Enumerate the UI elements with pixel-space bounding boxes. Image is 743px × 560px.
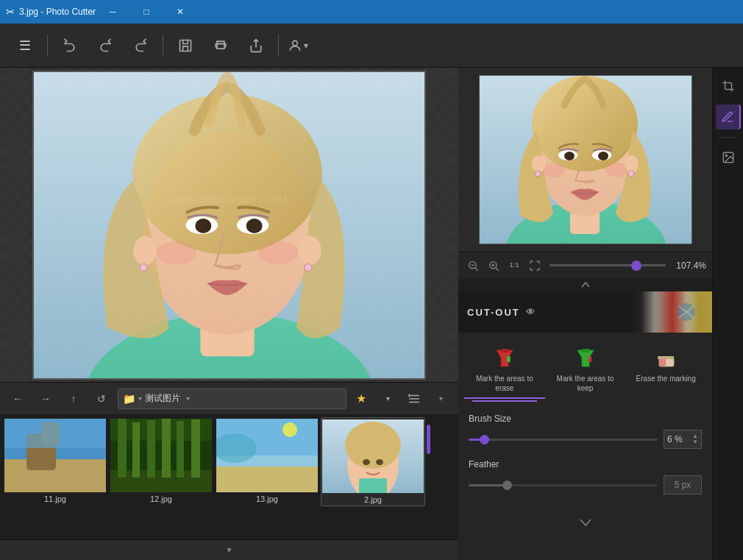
svg-point-42 (282, 422, 297, 437)
cutout-header: CUT-OUT 👁 (458, 291, 712, 333)
eraser-icon (655, 347, 677, 369)
folder-path[interactable]: 📁 ▾ 测试图片 ▾ (118, 389, 346, 409)
share-button[interactable] (240, 29, 272, 62)
up-button[interactable]: ↑ (62, 387, 85, 411)
svg-point-62 (532, 155, 545, 173)
brush-size-value-box[interactable]: 6 % ▲ ▼ (664, 430, 702, 449)
feather-row: Feather 5 px (469, 459, 702, 495)
view-list-button[interactable] (404, 389, 424, 409)
mark-erase-button[interactable]: Mark the areas to erase (464, 341, 545, 399)
thumbnail-label-3: 13.jpg (256, 495, 278, 503)
thumbnail-item-4[interactable]: 2.jpg (321, 417, 425, 506)
svg-point-55 (532, 76, 638, 171)
zoom-slider-thumb[interactable] (631, 260, 641, 271)
svg-line-67 (475, 268, 478, 271)
svg-point-13 (156, 241, 196, 264)
collapse-preview-button[interactable] (458, 278, 712, 291)
svg-point-58 (564, 152, 575, 160)
zoom-out-button[interactable] (464, 257, 482, 274)
print-button[interactable] (205, 29, 237, 62)
close-button[interactable]: ✕ (163, 0, 197, 24)
save-button[interactable] (169, 29, 202, 62)
svg-rect-41 (216, 467, 318, 492)
bottom-chevron[interactable]: ▼ (226, 546, 233, 554)
cutout-header-image (624, 291, 712, 333)
size-down-arrow[interactable]: ▼ (692, 439, 698, 445)
refresh-button[interactable]: ↺ (90, 387, 113, 411)
tool-buttons: Mark the areas to erase Mark the areas t… (458, 333, 712, 405)
brush-size-row: Brush Size 6 % ▲ ▼ (469, 414, 702, 449)
forest-thumbnail (110, 419, 212, 492)
folder-name-dropdown[interactable]: ▾ (186, 394, 190, 403)
crop-tool-button[interactable] (716, 74, 741, 99)
cutout-eye-icon: 👁 (526, 307, 536, 317)
thumbnail-item-1[interactable]: 11.jpg (3, 417, 107, 505)
scrollbar-thumb[interactable] (427, 425, 430, 454)
svg-point-16 (140, 263, 147, 271)
svg-point-12 (246, 219, 263, 233)
zoom-in-button[interactable] (485, 257, 502, 274)
minimize-button[interactable]: ─ (96, 0, 129, 24)
zoom-actual-button[interactable] (526, 257, 544, 274)
feather-fill (469, 484, 506, 486)
brush-size-track[interactable] (469, 439, 658, 441)
back-button[interactable]: ← (6, 387, 29, 411)
svg-point-47 (345, 422, 401, 469)
zoom-slider[interactable] (550, 264, 666, 266)
svg-rect-76 (501, 349, 508, 352)
preview-area (458, 68, 712, 252)
svg-point-17 (298, 235, 321, 265)
app-icon: ✂ (6, 6, 15, 18)
feather-value-box: 5 px (664, 475, 702, 495)
menu-button[interactable]: ☰ (9, 29, 41, 62)
user-button[interactable]: ▾ (288, 38, 308, 53)
portrait-background: WWW.MIRSCHSOFT.COM (34, 72, 424, 378)
svg-point-2 (293, 40, 298, 46)
feather-thumb[interactable] (502, 481, 512, 490)
titlebar: ✂ 3.jpg - Photo Cutter ─ □ ✕ (0, 0, 743, 24)
brush-settings: Brush Size 6 % ▲ ▼ (458, 405, 712, 514)
thumbnail-item-3[interactable]: 13.jpg (215, 417, 319, 505)
erase-funnel-icon (494, 347, 516, 369)
thumbnail-label-1: 11.jpg (44, 495, 66, 503)
list-dropdown[interactable]: ▾ (429, 387, 452, 411)
right-panel: 1:1 107.4% CUT-OUT (458, 68, 712, 560)
window-controls: ─ □ ✕ (96, 0, 197, 24)
star-button[interactable]: ★ (351, 389, 372, 409)
svg-point-49 (363, 459, 370, 465)
undo2-button[interactable] (89, 29, 121, 62)
navigation-bar: ← → ↑ ↺ 📁 ▾ 测试图片 ▾ ★ ▾ ▾ (0, 382, 458, 414)
image-tool-button[interactable] (716, 145, 741, 170)
thumbnail-image-1 (4, 419, 106, 492)
brush-size-label: Brush Size (469, 414, 702, 424)
svg-rect-79 (582, 349, 589, 352)
redo-button[interactable] (124, 29, 157, 62)
brush-size-thumb[interactable] (480, 435, 489, 444)
pen-tool-button[interactable] (716, 104, 741, 130)
toolbar: ☰ ▾ (0, 24, 743, 68)
svg-point-59 (598, 152, 608, 160)
thumbnail-item-2[interactable]: 12.jpg (109, 417, 213, 505)
icon-strip (712, 68, 743, 560)
cutout-title: CUT-OUT (467, 307, 520, 318)
undo-button[interactable] (54, 29, 86, 62)
zoom-slider-container[interactable] (547, 264, 669, 266)
thumbnail-bar: 11.jpg (0, 414, 458, 539)
maximize-button[interactable]: □ (129, 0, 163, 24)
thumbnail-image-3 (216, 419, 318, 492)
feather-track[interactable] (469, 484, 658, 486)
feather-slider-row: 5 px (469, 475, 702, 495)
mark-keep-button[interactable]: Mark the areas to keep (545, 341, 626, 399)
folder-dropdown[interactable]: ▾ (138, 394, 142, 403)
forward-button[interactable]: → (34, 387, 57, 411)
zoom-fit-button[interactable]: 1:1 (505, 257, 523, 274)
expand-settings-button[interactable] (458, 514, 712, 531)
zoom-value: 107.4% (676, 260, 706, 271)
svg-rect-1 (217, 43, 224, 49)
canvas-area[interactable]: WWW.MIRSCHSOFT.COM (0, 68, 458, 382)
erase-marking-button[interactable]: Erase the marking (625, 341, 706, 399)
brush-size-value: 6 % (667, 434, 683, 444)
thumbnail-label-2: 12.jpg (150, 495, 172, 503)
main-area: WWW.MIRSCHSOFT.COM ← → ↑ ↺ 📁 ▾ 测试图片 ▾ ★ … (0, 68, 743, 560)
dropdown-button[interactable]: ▾ (376, 387, 399, 411)
